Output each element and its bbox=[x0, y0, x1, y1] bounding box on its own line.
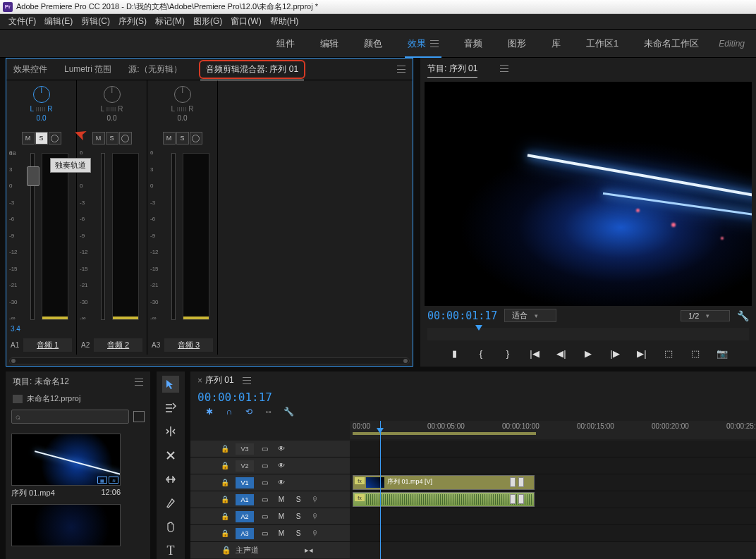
ws-effects[interactable]: 效果 bbox=[395, 37, 451, 50]
pan-value[interactable]: 0.0 bbox=[37, 114, 47, 122]
voice-over-icon[interactable]: 🎙 bbox=[309, 511, 322, 522]
solo-button[interactable]: S bbox=[292, 511, 305, 522]
track-target[interactable]: A2 bbox=[236, 511, 254, 522]
track-name[interactable]: 音频 1 bbox=[23, 338, 72, 352]
track-target[interactable]: A3 bbox=[236, 528, 254, 539]
pan-value[interactable]: 0.0 bbox=[107, 114, 117, 122]
tab-source[interactable]: 源:（无剪辑） bbox=[128, 63, 181, 75]
step-fwd-icon[interactable]: |▶ bbox=[609, 348, 621, 359]
extract-icon[interactable]: ⬚ bbox=[690, 348, 701, 359]
slip-tool-icon[interactable] bbox=[162, 471, 179, 488]
hand-tool-icon[interactable] bbox=[162, 519, 179, 536]
lock-icon[interactable]: 🔒 bbox=[219, 443, 231, 455]
ws-custom1[interactable]: 工作区1 bbox=[573, 37, 631, 50]
track-lane[interactable]: fx序列 01.mp4 [V] bbox=[350, 474, 756, 491]
linked-selection-icon[interactable]: ⟲ bbox=[244, 407, 254, 417]
panel-menu-icon[interactable] bbox=[397, 66, 406, 73]
sync-lock-icon[interactable]: ▭ bbox=[258, 494, 271, 505]
track-lane[interactable] bbox=[350, 457, 756, 474]
solo-button[interactable]: S bbox=[292, 528, 305, 539]
ws-library[interactable]: 库 bbox=[539, 37, 573, 50]
pan-knob[interactable] bbox=[174, 86, 191, 103]
voice-over-button[interactable] bbox=[190, 132, 202, 145]
toggle-output-icon[interactable]: 👁 bbox=[275, 477, 288, 489]
sync-lock-icon[interactable]: ▭ bbox=[258, 477, 271, 489]
mute-button[interactable]: M bbox=[163, 132, 176, 145]
clip-thumbnail[interactable]: ▦ ≋ bbox=[11, 434, 121, 486]
lock-icon[interactable]: 🔒 bbox=[219, 477, 231, 489]
timeline-playhead[interactable] bbox=[380, 421, 381, 559]
program-viewer[interactable] bbox=[425, 82, 752, 306]
solo-button[interactable]: S bbox=[292, 494, 305, 505]
sync-lock-icon[interactable]: ▭ bbox=[258, 460, 271, 472]
menu-seq[interactable]: 序列(S) bbox=[114, 14, 151, 29]
settings-icon[interactable]: 🔧 bbox=[737, 310, 749, 321]
voice-over-icon[interactable]: 🎙 bbox=[309, 528, 322, 539]
menu-edit[interactable]: 编辑(E) bbox=[40, 14, 77, 29]
ws-color[interactable]: 颜色 bbox=[351, 37, 395, 50]
ws-assembly[interactable]: 组件 bbox=[264, 37, 307, 50]
volume-fader[interactable] bbox=[30, 153, 35, 320]
ws-audio[interactable]: 音频 bbox=[451, 37, 495, 50]
pen-tool-icon[interactable] bbox=[162, 495, 179, 512]
tab-audio-clip-mixer[interactable]: 音频剪辑混合器: 序列 01 bbox=[199, 60, 305, 79]
track-target[interactable]: V3 bbox=[236, 443, 254, 455]
pan-knob[interactable] bbox=[33, 86, 50, 103]
program-tab[interactable]: 节目: 序列 01 bbox=[427, 63, 477, 75]
lock-icon[interactable]: 🔒 bbox=[219, 528, 231, 539]
voice-over-icon[interactable]: 🎙 bbox=[309, 494, 322, 505]
clip-thumbnail-2[interactable] bbox=[11, 504, 121, 546]
lift-icon[interactable]: ⬚ bbox=[663, 348, 674, 359]
track-select-tool-icon[interactable] bbox=[162, 400, 179, 417]
program-timecode[interactable]: 00:00:01:17 bbox=[427, 309, 497, 322]
volume-fader[interactable] bbox=[101, 153, 105, 320]
hamburger-icon[interactable] bbox=[430, 40, 439, 47]
mute-button[interactable]: M bbox=[275, 511, 288, 522]
menu-file[interactable]: 文件(F) bbox=[4, 14, 40, 29]
mute-button[interactable]: M bbox=[275, 494, 288, 505]
ws-overflow[interactable]: Editing bbox=[719, 39, 745, 49]
mixer-scrollbar[interactable] bbox=[9, 357, 410, 364]
out-point-icon[interactable]: } bbox=[502, 348, 513, 359]
selection-tool-icon[interactable] bbox=[162, 376, 179, 393]
lock-icon[interactable]: 🔒 bbox=[221, 546, 231, 555]
track-name[interactable]: 音频 3 bbox=[164, 338, 213, 352]
lock-icon[interactable]: 🔒 bbox=[219, 494, 231, 505]
in-point-icon[interactable]: { bbox=[475, 348, 487, 359]
toggle-output-icon[interactable]: 👁 bbox=[275, 460, 288, 472]
marker-span-icon[interactable]: ↔ bbox=[264, 407, 274, 417]
play-icon[interactable]: ▶ bbox=[583, 348, 594, 359]
mute-button[interactable]: M bbox=[92, 132, 105, 145]
track-target[interactable]: V2 bbox=[236, 460, 254, 472]
track-name[interactable]: 音频 2 bbox=[94, 338, 142, 352]
panel-menu-icon[interactable] bbox=[135, 379, 143, 386]
timeline-timecode[interactable]: 00:00:01:17 bbox=[190, 389, 756, 405]
program-playhead[interactable] bbox=[475, 325, 482, 331]
search-input[interactable] bbox=[11, 410, 129, 424]
ws-editing[interactable]: 编辑 bbox=[307, 37, 351, 50]
snap-icon[interactable]: ✱ bbox=[205, 407, 214, 417]
solo-button[interactable]: S bbox=[106, 132, 118, 145]
menu-help[interactable]: 帮助(H) bbox=[266, 14, 303, 29]
track-target[interactable]: V1 bbox=[236, 477, 254, 489]
res-dropdown[interactable]: 1/2 bbox=[681, 310, 730, 321]
new-bin-icon[interactable] bbox=[133, 411, 145, 422]
ripple-edit-tool-icon[interactable] bbox=[162, 424, 179, 441]
sync-lock-icon[interactable]: ▭ bbox=[258, 443, 271, 455]
fx-badge-icon[interactable]: fx bbox=[355, 494, 365, 501]
sync-lock-icon[interactable]: ▭ bbox=[258, 511, 271, 522]
ws-unnamed[interactable]: 未命名工作区 bbox=[631, 37, 712, 50]
sync-lock-icon[interactable]: ▭ bbox=[258, 528, 271, 539]
sequence-name[interactable]: 序列 01 bbox=[205, 374, 234, 386]
track-lane[interactable]: fx bbox=[350, 491, 756, 508]
toggle-output-icon[interactable]: 👁 bbox=[275, 443, 288, 455]
pan-value[interactable]: 0.0 bbox=[178, 114, 188, 122]
step-back-icon[interactable]: ◀| bbox=[556, 348, 567, 359]
pan-knob[interactable] bbox=[104, 86, 121, 103]
export-frame-icon[interactable]: 📷 bbox=[717, 348, 728, 359]
menu-window[interactable]: 窗口(W) bbox=[226, 14, 265, 29]
lock-icon[interactable]: 🔒 bbox=[219, 511, 231, 522]
magnet-icon[interactable]: ∩ bbox=[224, 407, 234, 417]
track-target[interactable]: A1 bbox=[236, 494, 254, 505]
mute-button[interactable]: M bbox=[275, 528, 288, 539]
